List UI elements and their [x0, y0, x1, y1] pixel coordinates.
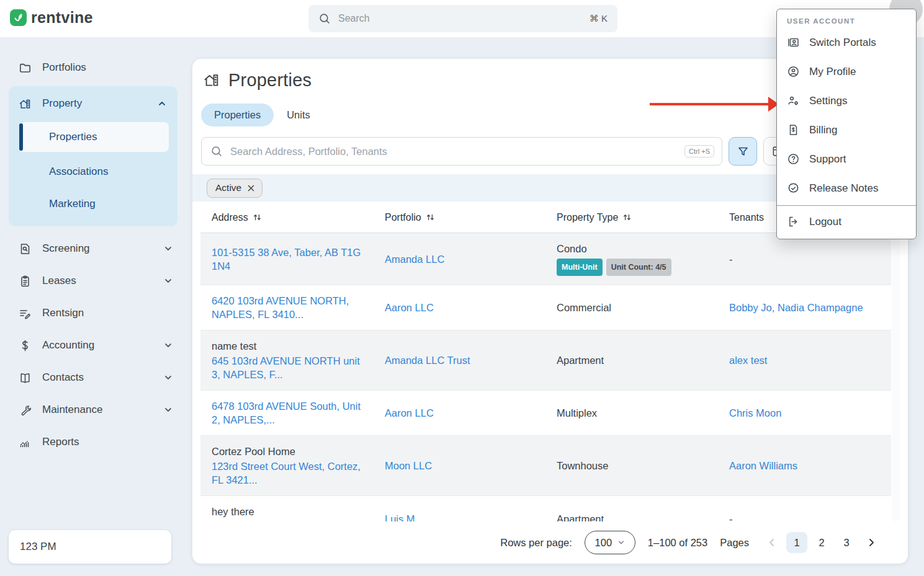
- sidebar-item-rentsign[interactable]: Rentsign: [0, 297, 186, 329]
- next-page-icon[interactable]: [861, 532, 882, 553]
- reports-icon: [19, 436, 32, 449]
- sidebar-item-maintenance[interactable]: Maintenance: [0, 394, 186, 426]
- billing-icon: [787, 123, 800, 136]
- sidebar-group-property: Property Properties Associations Marketi…: [9, 86, 177, 226]
- search-icon: [210, 145, 223, 158]
- properties-table-zone: Address Portfolio Property Type Tenants …: [192, 202, 908, 521]
- sidebar-item-label: Maintenance: [42, 404, 102, 416]
- sidebar-item-accounting[interactable]: Accounting: [0, 329, 186, 361]
- address-link[interactable]: 6420 103rd AVENUE NORTH, NAPLES, FL 3410…: [212, 295, 349, 320]
- filter-button[interactable]: [729, 137, 757, 166]
- brand-logo[interactable]: rentvine: [10, 9, 93, 27]
- tenants-link[interactable]: Aaron Williams: [729, 460, 797, 471]
- sidebar-item-marketing[interactable]: Marketing: [9, 188, 177, 220]
- portfolio-link[interactable]: Amanda LLC: [385, 254, 444, 265]
- table-search[interactable]: Ctrl +S: [201, 137, 722, 166]
- property-type: Commercial: [557, 302, 611, 313]
- sidebar-item-label: Contacts: [42, 371, 84, 384]
- sidebar-item-properties[interactable]: Properties: [19, 122, 169, 152]
- table-search-input[interactable]: [230, 146, 678, 157]
- release-notes-icon: [787, 182, 800, 195]
- chevron-down-icon: [164, 277, 173, 285]
- chevron-down-icon: [617, 539, 625, 546]
- chevron-down-icon: [164, 405, 173, 414]
- screening-icon: [19, 242, 32, 255]
- sort-icon[interactable]: [253, 213, 262, 222]
- portfolio-link[interactable]: Aaron LLC: [385, 302, 434, 313]
- pages-nav: 1 2 3: [761, 532, 882, 553]
- property-type: Apartment: [557, 513, 604, 521]
- page-button-3[interactable]: 3: [836, 532, 857, 553]
- address-link[interactable]: 6478 103rd AVENUE South, Unit 2, NAPLES,…: [212, 401, 361, 425]
- menu-item-support[interactable]: Support: [777, 144, 916, 174]
- maintenance-icon: [19, 404, 32, 417]
- rows-per-page-select[interactable]: 100: [585, 531, 635, 554]
- sidebar-item-leases[interactable]: Leases: [0, 265, 186, 297]
- pagination-bar: Rows per page: 100 1–100 of 253 Pages 1 …: [192, 521, 908, 564]
- tenants-link[interactable]: Chris Moon: [729, 407, 781, 419]
- tenants-link[interactable]: Bobby Jo, Nadia Champagne: [729, 302, 863, 313]
- close-icon[interactable]: [247, 184, 255, 192]
- sort-icon[interactable]: [622, 213, 632, 222]
- tenants-link[interactable]: alex test: [729, 355, 767, 366]
- tab-units[interactable]: Units: [274, 104, 323, 126]
- menu-item-switch-portals[interactable]: Switch Portals: [777, 28, 916, 57]
- menu-item-label: Release Notes: [809, 182, 879, 195]
- portfolio-link[interactable]: Moon LLC: [385, 460, 432, 471]
- menu-item-release-notes[interactable]: Release Notes: [777, 174, 916, 203]
- sidebar-item-screening[interactable]: Screening: [0, 233, 186, 265]
- global-search[interactable]: ⌘ K: [308, 5, 617, 32]
- portfolio-link[interactable]: Aaron LLC: [385, 407, 434, 419]
- address-link[interactable]: 101-5315 38 Ave, Taber, AB T1G 1N4: [212, 247, 361, 272]
- column-header-portfolio[interactable]: Portfolio: [374, 202, 545, 233]
- tenants-cell: -: [729, 254, 733, 265]
- table-row: 101-5315 38 Ave, Taber, AB T1G 1N4 Amand…: [200, 233, 891, 285]
- pagination-range: 1–100 of 253: [648, 537, 707, 549]
- accounting-icon: [19, 339, 32, 352]
- filter-chip-active[interactable]: Active: [207, 179, 262, 198]
- unit-count-badge: Unit Count: 4/5: [606, 259, 671, 276]
- sidebar-subitem-label: Marketing: [49, 198, 96, 210]
- menu-item-label: Switch Portals: [809, 37, 876, 49]
- menu-item-label: Support: [809, 153, 846, 166]
- sort-icon[interactable]: [426, 213, 435, 222]
- menu-item-my-profile[interactable]: My Profile: [777, 57, 916, 86]
- property-name: Cortez Pool Home: [212, 445, 362, 458]
- address-link[interactable]: 645 103rd AVENUE NORTH unit 3, NAPLES, F…: [212, 355, 360, 380]
- menu-item-billing[interactable]: Billing: [777, 115, 916, 144]
- column-header-address[interactable]: Address: [200, 202, 374, 233]
- page-button-1[interactable]: 1: [786, 532, 807, 553]
- sidebar: Portfolios Property Properties Associati…: [0, 37, 186, 576]
- column-header-property-type[interactable]: Property Type: [545, 202, 718, 233]
- table-row: Cortez Pool Home 123rd Street Court West…: [200, 436, 891, 496]
- rentsign-icon: [19, 307, 32, 320]
- global-search-input[interactable]: [338, 13, 583, 24]
- search-icon: [318, 12, 331, 25]
- filter-chip-label: Active: [215, 182, 241, 193]
- menu-header: USER ACCOUNT: [777, 9, 916, 28]
- sidebar-item-label: Property: [42, 97, 82, 110]
- menu-item-label: Billing: [809, 124, 837, 136]
- sidebar-item-contacts[interactable]: Contacts: [0, 361, 186, 394]
- address-link[interactable]: 123rd Street Court West, Cortez, FL 3421…: [212, 461, 361, 485]
- sidebar-item-reports[interactable]: Reports: [0, 426, 186, 458]
- page-title: Properties: [228, 70, 312, 91]
- portfolio-link[interactable]: Amanda LLC Trust: [385, 355, 470, 366]
- sidebar-item-label: Screening: [42, 242, 90, 255]
- sidebar-item-label: Accounting: [42, 339, 94, 352]
- sidebar-item-portfolios[interactable]: Portfolios: [0, 51, 186, 84]
- portfolio-link[interactable]: Luis M: [385, 513, 415, 521]
- page-button-2[interactable]: 2: [811, 532, 832, 553]
- sidebar-item-label: Reports: [42, 436, 79, 448]
- property-type: Multiplex: [557, 407, 597, 419]
- rentvine-logo-icon: [10, 9, 27, 26]
- multi-unit-badge: Multi-Unit: [557, 259, 603, 276]
- table-scrollbar[interactable]: [892, 205, 900, 521]
- sidebar-item-property[interactable]: Property: [9, 86, 177, 121]
- menu-item-logout[interactable]: Logout: [777, 206, 916, 237]
- property-name: hey there: [212, 505, 362, 518]
- menu-item-settings[interactable]: Settings: [777, 86, 916, 115]
- previous-page-icon[interactable]: [761, 532, 783, 553]
- sidebar-item-associations[interactable]: Associations: [9, 156, 177, 188]
- tab-properties[interactable]: Properties: [201, 104, 274, 126]
